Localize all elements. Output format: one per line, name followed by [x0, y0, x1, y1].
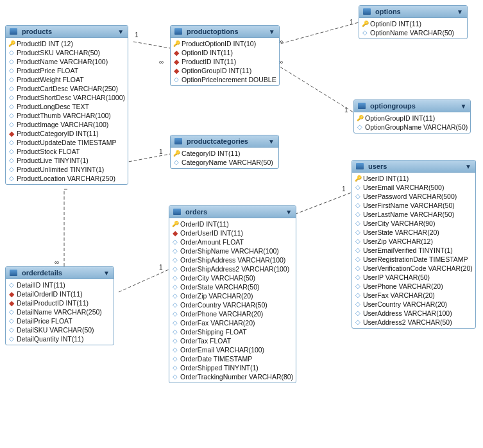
- field-label: UserState VARCHAR(20): [363, 228, 439, 236]
- table-header-productcategories[interactable]: productcategories▼: [171, 135, 278, 148]
- table-options: options▼🔑OptionID INT(11)◇OptionName VAR…: [359, 5, 468, 39]
- diamond-icon: ◇: [355, 292, 361, 298]
- field-label: UserLastName VARCHAR(50): [363, 211, 454, 218]
- table-row: ◇UserEmail VARCHAR(500): [352, 183, 475, 192]
- diamond-icon: ◇: [8, 148, 15, 155]
- table-row: ◇UserCountry VARCHAR(20): [352, 300, 475, 309]
- field-label: UserAddress2 VARCHAR(50): [363, 318, 452, 326]
- field-label: UserVerificationCode VARCHAR(20): [363, 264, 473, 272]
- expand-icon[interactable]: ▼: [268, 138, 275, 145]
- table-row: ◇ProductShortDesc VARCHAR(1000): [6, 93, 128, 102]
- field-label: OrderFax VARCHAR(20): [180, 319, 255, 327]
- diamond-icon: ◇: [172, 239, 178, 245]
- table-row: ◇OptionGroupName VARCHAR(50): [354, 123, 470, 132]
- table-header-users[interactable]: users▼: [352, 160, 475, 173]
- table-row: ◇OptionPriceIncrement DOUBLE: [171, 75, 279, 84]
- field-label: ProductLocation VARCHAR(250): [17, 175, 115, 182]
- diamond-icon: ◇: [172, 365, 178, 371]
- fk-icon: ◆: [8, 291, 15, 297]
- table-header-productoptions[interactable]: productoptions▼: [171, 26, 279, 38]
- table-row: ◇UserVerificationCode VARCHAR(20): [352, 264, 475, 273]
- table-users: users▼🔑UserID INT(11)◇UserEmail VARCHAR(…: [352, 160, 476, 329]
- table-row: ◇ProductName VARCHAR(100): [6, 57, 128, 66]
- expand-icon[interactable]: ▼: [460, 103, 466, 110]
- field-label: OrderTax FLOAT: [180, 337, 231, 345]
- expand-icon[interactable]: ▼: [117, 28, 124, 35]
- table-body-orders: 🔑OrderID INT(11)◆OrderUserID INT(11)◇Ord…: [169, 218, 296, 383]
- field-label: OrderUserID INT(11): [180, 229, 243, 237]
- diamond-icon: ◇: [355, 274, 361, 280]
- table-header-optiongroups[interactable]: optiongroups▼: [354, 100, 470, 112]
- field-label: OrderID INT(11): [180, 220, 229, 228]
- diamond-icon: ◇: [172, 302, 178, 308]
- table-row: 🔑ProductID INT (12): [6, 39, 128, 48]
- table-row: ◇ProductUpdateDate TIMESTAMP: [6, 138, 128, 147]
- db-icon: [174, 138, 182, 144]
- field-label: DetailID INT(11): [17, 281, 65, 289]
- db-icon: [358, 103, 366, 109]
- table-title-users: users: [368, 162, 462, 170]
- field-label: OrderZip VARCHAR(20): [180, 292, 253, 300]
- field-label: UserCountry VARCHAR(20): [363, 300, 447, 308]
- field-label: UserZip VARCHAR(12): [363, 237, 433, 245]
- diamond-icon: ◇: [172, 284, 178, 290]
- table-header-options[interactable]: options▼: [359, 6, 467, 18]
- table-row: ◇OrderPhone VARCHAR(20): [169, 309, 296, 318]
- table-title-productcategories: productcategories: [187, 137, 265, 145]
- table-row: ◇UserPassword VARCHAR(500): [352, 192, 475, 201]
- expand-icon[interactable]: ▼: [285, 209, 292, 216]
- diamond-icon: ◇: [172, 320, 178, 326]
- diamond-icon: ◇: [8, 175, 15, 182]
- table-row: ◇OrderShipped TINYINT(1): [169, 363, 296, 372]
- field-label: ProductUpdateDate TIMESTAMP: [17, 139, 116, 146]
- diamond-icon: ◇: [355, 301, 361, 307]
- svg-text:1: 1: [344, 107, 348, 114]
- expand-icon[interactable]: ▼: [457, 8, 463, 15]
- diamond-icon: ◇: [8, 49, 15, 56]
- table-header-products[interactable]: products▼: [6, 26, 128, 38]
- table-row: ◇ProductPrice FLOAT: [6, 66, 128, 75]
- diamond-icon: ◇: [8, 67, 15, 74]
- table-header-orders[interactable]: orders▼: [169, 206, 296, 218]
- expand-icon[interactable]: ▼: [465, 163, 471, 170]
- field-label: ProductSKU VARCHAR(50): [17, 49, 100, 56]
- db-icon: [173, 209, 181, 215]
- table-row: ◆OptionGroupID INT(11): [171, 66, 279, 75]
- diamond-icon: ◇: [172, 293, 178, 299]
- table-row: ◇OrderShipName VARCHAR(100): [169, 246, 296, 255]
- field-label: OrderShipped TINYINT(1): [180, 364, 258, 372]
- diamond-icon: ◇: [173, 76, 180, 83]
- table-row: ◇OrderAmount FLOAT: [169, 237, 296, 246]
- field-label: OrderState VARCHAR(50): [180, 283, 260, 291]
- table-row: ◇DetailPrice FLOAT: [6, 316, 114, 325]
- diamond-icon: ◇: [355, 202, 361, 209]
- diamond-icon: ◇: [355, 184, 361, 191]
- table-header-orderdetails[interactable]: orderdetails▼: [6, 267, 114, 279]
- table-row: ◇ProductLive TINYINT(1): [6, 156, 128, 165]
- table-row: ◆DetailProductID INT(11): [6, 298, 114, 307]
- field-label: OrderCity VARCHAR(50): [180, 274, 255, 282]
- field-label: UserAddress VARCHAR(100): [363, 309, 452, 317]
- table-row: ◇OrderCity VARCHAR(50): [169, 273, 296, 282]
- diamond-icon: ◇: [355, 247, 361, 254]
- svg-text:1: 1: [342, 185, 346, 193]
- expand-icon[interactable]: ▼: [103, 270, 110, 277]
- field-label: UserEmail VARCHAR(500): [363, 184, 444, 191]
- field-label: ProductName VARCHAR(100): [17, 58, 108, 65]
- field-label: OptionID INT(11): [370, 20, 421, 28]
- table-row: 🔑OptionID INT(11): [359, 19, 467, 28]
- expand-icon[interactable]: ▼: [269, 28, 275, 35]
- diamond-icon: ◇: [8, 121, 15, 128]
- table-row: ◇OrderDate TIMESTAMP: [169, 354, 296, 363]
- field-label: OptionPriceIncrement DOUBLE: [182, 76, 276, 83]
- table-row: ◇ProductSKU VARCHAR(50): [6, 48, 128, 57]
- table-row: ◇ProductThumb VARCHAR(100): [6, 111, 128, 120]
- diamond-icon: ◇: [355, 211, 361, 218]
- diamond-icon: ◇: [172, 329, 178, 335]
- field-label: OrderDate TIMESTAMP: [180, 355, 252, 363]
- field-label: DetailOrderID INT(11): [17, 290, 83, 298]
- table-title-orderdetails: orderdetails: [22, 269, 100, 277]
- diamond-icon: ◇: [172, 257, 178, 263]
- field-label: CategoryName VARCHAR(50): [182, 159, 273, 166]
- field-label: DetailSKU VARCHAR(50): [17, 326, 94, 334]
